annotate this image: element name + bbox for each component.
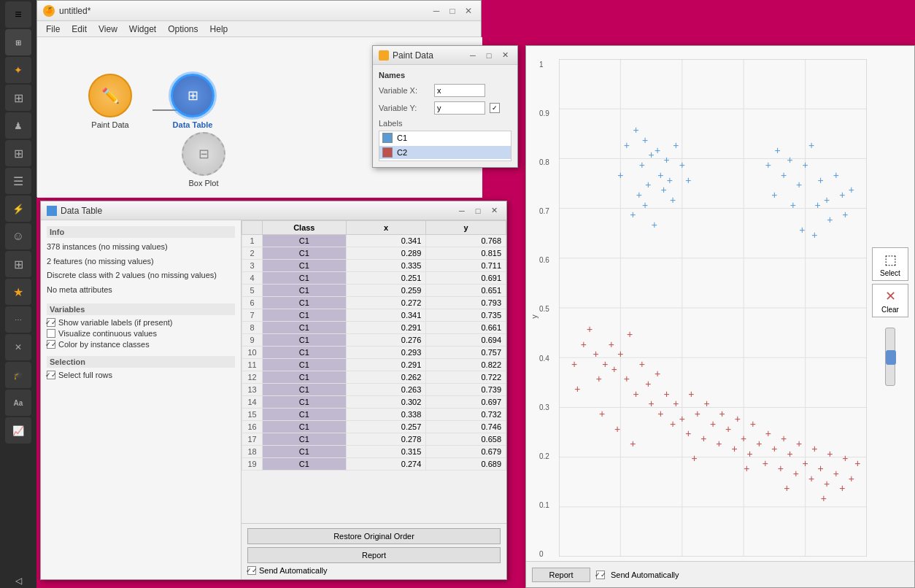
svg-text:+: + xyxy=(762,457,768,469)
table-row[interactable]: 2 C1 0.289 0.815 xyxy=(242,247,506,260)
row-y: 0.793 xyxy=(426,297,506,309)
report-button-scatter[interactable]: Report xyxy=(532,568,590,582)
svg-text:+: + xyxy=(808,139,814,151)
sidebar-item-3[interactable]: ⊞ xyxy=(5,85,31,111)
label-c1[interactable]: C1 xyxy=(379,131,511,144)
checkbox-color-class[interactable]: ✓ Color by instance classes xyxy=(47,340,235,349)
table-row[interactable]: 19 C1 0.274 0.689 xyxy=(242,458,506,471)
menu-options[interactable]: Options xyxy=(162,23,204,36)
variable-y-input[interactable] xyxy=(434,101,485,115)
table-row[interactable]: 4 C1 0.251 0.691 xyxy=(242,272,506,285)
sidebar-item-4[interactable]: ♟ xyxy=(5,112,31,139)
col-y[interactable]: y xyxy=(426,221,506,235)
table-row[interactable]: 14 C1 0.302 0.697 xyxy=(242,396,506,409)
minimize-button[interactable]: ─ xyxy=(430,4,443,18)
row-x: 0.335 xyxy=(346,260,426,272)
clear-icon: ✕ xyxy=(885,288,896,304)
sidebar-item-5[interactable]: ⊞ xyxy=(5,140,31,166)
maximize-button[interactable]: □ xyxy=(446,4,459,18)
sidebar-item-12[interactable]: ✕ xyxy=(5,334,31,360)
sidebar-item-15[interactable]: 📈 xyxy=(5,417,31,444)
col-x[interactable]: x xyxy=(346,221,426,235)
menu-edit[interactable]: Edit xyxy=(66,23,93,36)
table-row[interactable]: 5 C1 0.259 0.651 xyxy=(242,285,506,297)
table-row[interactable]: 9 C1 0.276 0.694 xyxy=(242,334,506,347)
row-class: C1 xyxy=(263,334,347,347)
variable-x-input[interactable] xyxy=(434,84,485,97)
table-row[interactable]: 3 C1 0.335 0.711 xyxy=(242,260,506,272)
sidebar-toggle[interactable]: ≡ xyxy=(5,1,31,28)
sidebar-item-1[interactable]: ⊞ xyxy=(5,29,31,55)
table-row[interactable]: 16 C1 0.257 0.746 xyxy=(242,421,506,433)
table-row[interactable]: 1 C1 0.341 0.768 xyxy=(242,235,506,247)
sidebar-item-7[interactable]: ⚡ xyxy=(5,196,31,222)
node-data-table[interactable]: ⊞ Data Table xyxy=(171,74,215,129)
table-row[interactable]: 6 C1 0.272 0.793 xyxy=(242,297,506,309)
zoom-slider[interactable] xyxy=(885,328,895,386)
sidebar-item-2[interactable]: ✦ xyxy=(5,57,31,83)
sidebar-item-11[interactable]: ⋯ xyxy=(5,306,31,333)
send-auto-checkbox-scatter[interactable]: ✓ xyxy=(596,570,605,579)
svg-text:+: + xyxy=(639,358,645,370)
node-box-plot-circle[interactable]: ⊟ xyxy=(182,132,225,176)
select-button[interactable]: ⬚ Select xyxy=(872,247,908,281)
table-row[interactable]: 7 C1 0.341 0.735 xyxy=(242,309,506,322)
sidebar-item-8[interactable]: ☺ xyxy=(5,223,31,249)
report-button-dt[interactable]: Report xyxy=(247,547,501,563)
checkbox-select-rows[interactable]: ✓ Select full rows xyxy=(47,371,235,379)
c2-color-swatch xyxy=(382,147,393,158)
table-row[interactable]: 12 C1 0.262 0.722 xyxy=(242,371,506,384)
paint-close[interactable]: ✕ xyxy=(498,50,511,61)
clear-button[interactable]: ✕ Clear xyxy=(872,284,908,317)
svg-text:+: + xyxy=(581,339,587,350)
checkbox-show-labels[interactable]: ✓ Show variable labels (if present) xyxy=(47,318,235,327)
checkbox-visualize[interactable]: Visualize continuous values xyxy=(47,329,235,338)
menu-file[interactable]: File xyxy=(40,23,66,36)
variables-section-title: Variables xyxy=(47,303,235,315)
menu-help[interactable]: Help xyxy=(204,23,234,36)
node-paint-data-circle[interactable]: ✏️ xyxy=(88,74,132,117)
row-class: C1 xyxy=(263,297,347,309)
table-row[interactable]: 18 C1 0.315 0.679 xyxy=(242,446,506,458)
paint-minimize[interactable]: ─ xyxy=(466,50,479,61)
svg-text:+: + xyxy=(703,398,709,409)
table-row[interactable]: 13 C1 0.263 0.739 xyxy=(242,384,506,396)
selection-section: Selection ✓ Select full rows xyxy=(47,356,235,379)
table-row[interactable]: 8 C1 0.291 0.661 xyxy=(242,322,506,334)
node-paint-data[interactable]: ✏️ Paint Data xyxy=(88,74,132,129)
dt-minimize[interactable]: ─ xyxy=(455,205,468,217)
paint-maximize[interactable]: □ xyxy=(482,50,495,61)
check-color-class[interactable]: ✓ xyxy=(47,340,55,349)
restore-order-button[interactable]: Restore Original Order xyxy=(247,528,501,544)
sidebar-collapse[interactable]: ◁ xyxy=(5,573,31,588)
sidebar-item-13[interactable]: 🎓 xyxy=(5,362,31,388)
col-class[interactable]: Class xyxy=(263,221,347,235)
node-data-table-circle[interactable]: ⊞ xyxy=(171,74,215,117)
row-class: C1 xyxy=(263,384,347,396)
sidebar-item-9[interactable]: ⊞ xyxy=(5,251,31,277)
check-select-rows[interactable]: ✓ xyxy=(47,371,55,379)
dt-maximize[interactable]: □ xyxy=(471,205,484,217)
close-button[interactable]: ✕ xyxy=(462,4,475,18)
sidebar-item-10[interactable]: ★ xyxy=(5,279,31,305)
check-visualize[interactable] xyxy=(47,329,55,338)
sidebar-item-14[interactable]: Aa xyxy=(5,390,31,416)
table-row[interactable]: 10 C1 0.293 0.757 xyxy=(242,347,506,359)
variable-y-checkbox[interactable]: ✓ xyxy=(490,103,500,113)
dt-close[interactable]: ✕ xyxy=(487,205,501,217)
node-box-plot[interactable]: ⊟ Box Plot xyxy=(182,132,225,187)
table-row[interactable]: 17 C1 0.278 0.658 xyxy=(242,433,506,446)
visualize-text: Visualize continuous values xyxy=(58,329,157,338)
svg-text:+: + xyxy=(636,189,642,201)
sidebar-item-6[interactable]: ☰ xyxy=(5,168,31,194)
table-row[interactable]: 11 C1 0.291 0.822 xyxy=(242,359,506,371)
zoom-thumb[interactable] xyxy=(886,350,896,365)
dt-table-container[interactable]: Class x y 1 C1 0.341 0.768 2 C1 0.289 0.… xyxy=(242,220,506,523)
menu-widget[interactable]: Widget xyxy=(123,23,162,36)
label-c2[interactable]: C2 xyxy=(379,146,511,159)
check-show-labels[interactable]: ✓ xyxy=(47,318,55,327)
send-auto-checkbox[interactable]: ✓ xyxy=(247,566,256,575)
table-row[interactable]: 15 C1 0.338 0.732 xyxy=(242,409,506,421)
menu-view[interactable]: View xyxy=(93,23,123,36)
svg-text:+: + xyxy=(781,433,787,444)
